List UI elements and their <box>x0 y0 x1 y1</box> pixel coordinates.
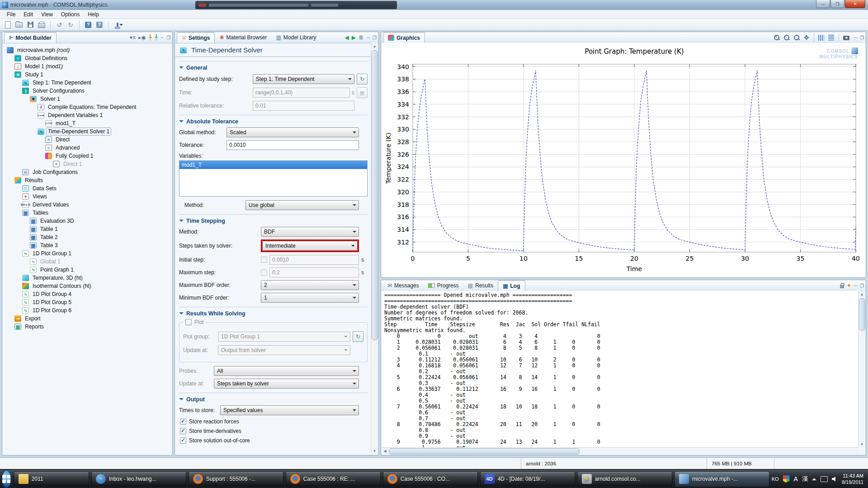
sync-study-step-button[interactable]: ↻ <box>357 74 368 84</box>
x-axis-data-button[interactable] <box>826 33 836 42</box>
tree-item-1d-plot-group-4[interactable]: ∿1D Plot Group 4 <box>3 290 171 298</box>
tree-item-job-configurations[interactable]: ▭Job Configurations <box>3 168 171 176</box>
plot-checkbox[interactable] <box>185 319 192 325</box>
tray-expand-icon[interactable] <box>812 476 816 480</box>
save-button[interactable] <box>25 20 35 30</box>
section-results-while-solving[interactable]: Results While Solving <box>179 307 368 317</box>
taskbar-button-6[interactable]: 4D4D - [Date: 08/19/... <box>480 471 575 487</box>
tab-messages[interactable]: ✉Messages <box>383 281 424 291</box>
scrollbar-thumb[interactable] <box>859 298 865 331</box>
tree-item-global-1[interactable]: ∿Global 1 <box>3 258 171 266</box>
speaker-icon[interactable] <box>832 476 838 482</box>
snapshot-button[interactable] <box>841 33 851 42</box>
scroll-down-icon[interactable]: ▼ <box>859 441 865 448</box>
taskbar-button-1[interactable]: 2011 <box>14 471 89 487</box>
log-content[interactable]: ================== Opened microvalve.mph… <box>382 291 859 448</box>
tree-item-fully-coupled-1[interactable]: ┼Fully Coupled 1 <box>3 152 171 160</box>
minimum-bdf-dropdown[interactable]: 1 <box>261 293 359 303</box>
menu-view[interactable]: View <box>37 10 57 19</box>
tree-item-1d-plot-group-5[interactable]: ∿1D Plot Group 5 <box>3 298 171 306</box>
taskbar-button-5[interactable]: Case 555006 : CO... <box>383 471 478 487</box>
redo-button[interactable]: ↻ <box>66 20 75 30</box>
menu-edit[interactable]: Edit <box>19 10 37 19</box>
start-button[interactable] <box>2 470 11 488</box>
section-output[interactable]: Output <box>179 393 368 403</box>
tree-item-table-1[interactable]: ▦Table 1 <box>3 225 171 233</box>
documentation-button[interactable]: ? <box>94 20 104 30</box>
add-node-icon[interactable]: ╀ <box>155 34 158 41</box>
store-time-derivatives-checkbox[interactable] <box>180 428 186 434</box>
zoom-in-button[interactable]: + <box>772 33 782 42</box>
panel-maximize-icon[interactable]: ❐ <box>860 283 864 288</box>
ime-latin-icon[interactable]: A <box>794 475 798 483</box>
maximum-step-checkbox[interactable] <box>261 269 267 276</box>
initial-step-checkbox[interactable] <box>261 257 267 263</box>
taskbar-button-7[interactable]: ⚡arnold.comsol.co... <box>577 471 672 487</box>
defined-by-dropdown[interactable]: Step 1: Time Dependent <box>253 74 354 84</box>
help-button[interactable]: ? <box>83 20 93 30</box>
tree-item-direct[interactable]: ✕Direct <box>3 136 171 144</box>
network-icon[interactable] <box>821 476 828 482</box>
scroll-down-icon[interactable]: ▼ <box>371 448 378 455</box>
language-indicator[interactable]: KO <box>772 476 779 482</box>
tree-item-study-1[interactable]: ≋Study 1 <box>3 70 171 79</box>
tree-item-reports[interactable]: ▤Reports <box>3 323 171 331</box>
settings-forward-icon[interactable]: ▶ <box>352 34 356 41</box>
action-center-icon[interactable] <box>783 475 790 483</box>
scrollbar-thumb[interactable] <box>372 50 378 340</box>
lock-icon[interactable] <box>840 285 844 288</box>
zoom-extents-button[interactable]: ✥ <box>802 33 811 42</box>
section-absolute-tolerance[interactable]: Absolute Tolerance <box>179 115 368 125</box>
graphics-tab[interactable]: Graphics <box>383 32 425 43</box>
times-to-store-dropdown[interactable]: Specified values <box>220 405 359 415</box>
tab-log[interactable]: ▦Log <box>498 280 525 291</box>
tolerance-input[interactable] <box>226 140 359 150</box>
tree-item-evaluation-3d[interactable]: ▦Evaluation 3D <box>3 217 171 225</box>
tree-item-point-graph-1[interactable]: ∿Point Graph 1 <box>3 266 171 274</box>
panel-minimize-icon[interactable]: ─ <box>160 35 164 40</box>
clear-mesh-button[interactable] <box>112 20 127 30</box>
variables-listbox[interactable]: mod1_T <box>179 160 368 197</box>
tree-item-1d-plot-group-1[interactable]: ∿1D Plot Group 1 <box>3 249 171 258</box>
maximize-button[interactable]: ❐ <box>830 0 844 8</box>
taskbar-button-8[interactable]: microvalve.mph -... <box>675 471 769 487</box>
tree-item-1d-plot-group-6[interactable]: ∿1D Plot Group 6 <box>3 306 171 314</box>
tree-item-views[interactable]: ✛Views <box>3 192 171 201</box>
tree-item-direct-1[interactable]: ✕Direct 1 <box>3 160 171 168</box>
section-time-stepping[interactable]: Time Stepping <box>179 214 368 224</box>
tree-item-isothermal-contours-ht-[interactable]: Isothermal Contours (ht) <box>3 282 171 290</box>
tree-item-export[interactable]: ⇥Export <box>3 314 171 323</box>
taskbar-button-2[interactable]: ~Inbox - leo.hwang... <box>91 471 186 487</box>
tab-progress[interactable]: Progress <box>424 281 463 291</box>
variable-item[interactable]: mod1_T <box>179 161 367 169</box>
tree-item-table-3[interactable]: ▦Table 3 <box>3 241 171 249</box>
tab-material-browser[interactable]: ❋Material Browser <box>215 33 271 43</box>
section-general[interactable]: General <box>179 61 368 71</box>
probes-dropdown[interactable]: All <box>214 366 359 376</box>
panel-minimize-icon[interactable]: ─ <box>367 35 370 40</box>
tree-item-microvalve-mph[interactable]: microvalve.mph (root) <box>3 46 171 54</box>
ime-hanja-icon[interactable]: 漢 <box>802 475 808 483</box>
tree-item-global-definitions[interactable]: ≡Global Definitions <box>3 54 171 62</box>
log-vscrollbar[interactable]: ▲ ▼ <box>858 291 865 448</box>
panel-maximize-icon[interactable]: ❐ <box>860 35 864 40</box>
maximum-bdf-dropdown[interactable]: 2 <box>261 280 359 290</box>
panel-maximize-icon[interactable]: ❐ <box>166 35 170 40</box>
tree-item-model-1[interactable]: ¦Model 1 (mod1) <box>3 62 171 70</box>
tree-item-time-dependent-solver-1[interactable]: ∿Time-Dependent Solver 1 <box>3 127 171 136</box>
tree-item-dependent-variables-1[interactable]: u,v,wDependent Variables 1 <box>3 111 171 119</box>
scrollbar-thumb[interactable] <box>389 448 580 455</box>
clock[interactable]: 11:43 AM 8/19/2011 <box>842 473 863 485</box>
log-hscrollbar[interactable]: ◀ <box>382 447 859 455</box>
ts-method-dropdown[interactable]: BDF <box>261 227 359 237</box>
store-reaction-forces-checkbox[interactable] <box>180 418 186 425</box>
doc-search-icon[interactable]: 🗎 <box>359 34 364 41</box>
tree-item-mod1-t[interactable]: U,T,Pmod1_T <box>3 119 171 127</box>
minimize-button[interactable]: ─ <box>816 0 830 8</box>
menu-help[interactable]: Help <box>84 10 103 19</box>
steps-taken-dropdown[interactable]: Intermediate <box>262 241 358 251</box>
undo-button[interactable]: ↺ <box>54 20 64 30</box>
menu-options[interactable]: Options <box>57 10 84 19</box>
scroll-left-icon[interactable]: ◀ <box>382 448 388 454</box>
close-button[interactable]: ✕ <box>845 0 865 8</box>
